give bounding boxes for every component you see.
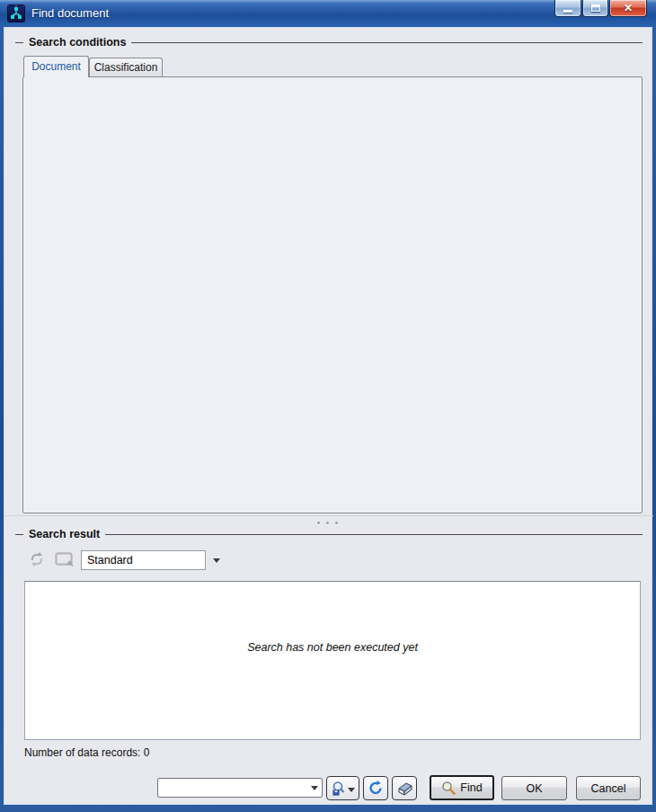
close-icon: ✕	[624, 2, 633, 14]
window-title: Find document	[31, 6, 109, 20]
title-bar: Find document ✕	[0, 0, 656, 27]
save-search-icon	[331, 781, 346, 796]
reset-button[interactable]	[363, 776, 388, 800]
cancel-button[interactable]: Cancel	[576, 776, 641, 800]
ok-button[interactable]: OK	[501, 776, 567, 800]
result-view-value: Standard	[87, 554, 133, 567]
saved-search-combobox[interactable]	[157, 778, 323, 798]
find-document-window: Find document ✕ Search conditions Docume…	[0, 0, 656, 812]
tab-document[interactable]: Document	[23, 56, 89, 77]
dialog-body: Search conditions Document Classificatio…	[4, 27, 652, 805]
ok-button-label: OK	[526, 782, 542, 795]
document-tab-panel	[22, 76, 643, 513]
header-dash	[15, 534, 23, 535]
reset-icon	[368, 781, 384, 796]
splitter-grip[interactable]	[317, 520, 348, 525]
maximize-icon	[591, 4, 600, 12]
result-view-combobox[interactable]: Standard	[81, 550, 206, 570]
close-button[interactable]: ✕	[609, 0, 647, 17]
cancel-button-label: Cancel	[591, 782, 626, 795]
find-button[interactable]: Find	[430, 775, 494, 800]
result-view-icon[interactable]	[55, 552, 75, 571]
minimize-icon	[563, 10, 572, 13]
result-list[interactable]	[24, 581, 641, 740]
chevron-down-icon	[213, 558, 220, 567]
maximize-button[interactable]	[582, 0, 608, 17]
find-button-label: Find	[460, 781, 482, 794]
search-conditions-header: Search conditions	[15, 36, 643, 49]
search-result-header: Search result	[15, 528, 643, 540]
header-line	[105, 534, 643, 535]
header-line	[131, 42, 643, 43]
result-view-dropdown-button[interactable]	[209, 550, 224, 570]
save-search-button[interactable]	[326, 776, 359, 800]
app-icon	[8, 5, 24, 22]
chevron-down-icon	[311, 786, 318, 794]
record-count: Number of data records: 0	[24, 746, 149, 759]
minimize-button[interactable]	[554, 0, 581, 17]
record-count-label: Number of data records:	[24, 746, 140, 759]
empty-result-message: Search has not been executed yet	[24, 641, 641, 654]
record-count-value: 0	[144, 746, 150, 759]
search-result-title: Search result	[29, 528, 100, 540]
find-icon	[441, 781, 456, 795]
header-dash	[15, 42, 23, 43]
search-conditions-title: Search conditions	[29, 36, 126, 49]
tab-classification[interactable]: Classification	[89, 58, 163, 77]
refresh-result-icon[interactable]	[28, 551, 46, 571]
eraser-icon	[396, 781, 413, 796]
chevron-down-icon	[348, 788, 355, 796]
clear-button[interactable]	[392, 776, 417, 800]
splitter-line	[4, 515, 653, 516]
